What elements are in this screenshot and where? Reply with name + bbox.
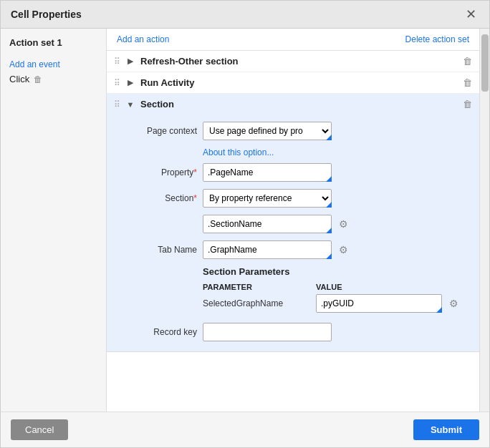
dialog-header: Cell Properties ✕ xyxy=(1,1,489,29)
action-row-expanded: ⠿ ▼ Section 🗑 xyxy=(107,94,479,115)
action-row: ⠿ ▶ Refresh-Other section 🗑 xyxy=(107,51,479,72)
dialog-body: Action set 1 Add an event Click 🗑 Add an… xyxy=(1,29,489,412)
property-label: Property* xyxy=(118,167,197,177)
main-content: Add an action Delete action set ⠿ ▶ Refr… xyxy=(107,29,479,412)
scrollbar-thumb[interactable] xyxy=(481,34,489,92)
section-gear-icon[interactable]: ⚙ xyxy=(339,218,348,230)
tab-name-row: Tab Name ⚙ xyxy=(118,240,468,259)
section-name-row: ⚙ xyxy=(118,215,468,233)
action-name: Refresh-Other section xyxy=(140,56,458,67)
cell-properties-dialog: Cell Properties ✕ Action set 1 Add an ev… xyxy=(0,0,490,448)
page-context-label: Page context xyxy=(118,126,197,136)
param-value-input[interactable] xyxy=(316,294,442,313)
action-trash-icon[interactable]: 🗑 xyxy=(463,56,472,67)
params-header: PARAMETER VALUE xyxy=(203,283,468,291)
property-required-star: * xyxy=(193,167,197,177)
action-trash-icon[interactable]: 🗑 xyxy=(463,99,472,109)
actions-list: ⠿ ▶ Refresh-Other section 🗑 ⠿ ▶ Run Acti… xyxy=(107,51,479,412)
drag-handle-icon[interactable]: ⠿ xyxy=(114,57,120,67)
event-trash-icon[interactable]: 🗑 xyxy=(34,74,42,84)
tab-gear-icon[interactable]: ⚙ xyxy=(339,244,348,255)
action-row: ⠿ ▶ Run Activity 🗑 xyxy=(107,72,479,94)
params-col-value-header: VALUE xyxy=(316,283,468,291)
drag-handle-icon[interactable]: ⠿ xyxy=(114,99,120,109)
event-item: Click 🗑 xyxy=(9,74,97,84)
expand-action-1-button[interactable]: ▶ xyxy=(125,57,136,66)
cancel-button[interactable]: Cancel xyxy=(11,419,68,440)
page-context-row: Page context Use page defined by pro xyxy=(118,122,468,140)
record-key-row: Record key xyxy=(118,323,468,341)
section-field-label: Section* xyxy=(118,193,197,203)
action-trash-icon[interactable]: 🗑 xyxy=(463,77,472,88)
dialog-footer: Cancel Submit xyxy=(1,412,489,447)
event-item-label: Click xyxy=(9,74,29,84)
section-select[interactable]: By property reference xyxy=(203,189,332,208)
action-name: Run Activity xyxy=(140,77,458,88)
delete-action-set-link[interactable]: Delete action set xyxy=(405,34,469,44)
action-details: Page context Use page defined by pro Abo… xyxy=(107,115,479,352)
tab-name-label: Tab Name xyxy=(118,245,197,255)
section-row: Section* By property reference xyxy=(118,189,468,208)
main-top-bar: Add an action Delete action set xyxy=(107,29,479,51)
add-event-link[interactable]: Add an event xyxy=(9,59,97,69)
expand-action-2-button[interactable]: ▶ xyxy=(125,78,136,87)
expand-action-3-button[interactable]: ▼ xyxy=(125,100,136,109)
drag-handle-icon[interactable]: ⠿ xyxy=(114,78,120,88)
action-name: Section xyxy=(140,99,458,109)
section-required-star: * xyxy=(193,193,197,203)
param-name: SelectedGraphName xyxy=(203,298,310,308)
submit-button[interactable]: Submit xyxy=(413,419,479,440)
section-params: Section Parameters PARAMETER VALUE Selec… xyxy=(118,266,468,313)
section-params-title: Section Parameters xyxy=(203,266,468,277)
record-key-input[interactable] xyxy=(203,323,332,341)
add-action-link[interactable]: Add an action xyxy=(117,34,169,44)
page-context-select[interactable]: Use page defined by pro xyxy=(203,122,332,140)
section-name-input[interactable] xyxy=(203,215,332,233)
sidebar: Action set 1 Add an event Click 🗑 xyxy=(1,29,107,412)
property-row: Property* xyxy=(118,163,468,182)
scrollbar[interactable] xyxy=(479,29,489,412)
dialog-title: Cell Properties xyxy=(11,9,82,20)
record-key-label: Record key xyxy=(118,327,197,337)
param-gear-icon[interactable]: ⚙ xyxy=(449,298,458,309)
tab-name-input[interactable] xyxy=(203,240,332,259)
property-input[interactable] xyxy=(203,163,332,182)
params-row: SelectedGraphName ⚙ xyxy=(203,294,468,313)
params-col-parameter: PARAMETER xyxy=(203,283,310,291)
action-set-label: Action set 1 xyxy=(9,37,97,48)
params-table: PARAMETER VALUE SelectedGraphName ⚙ xyxy=(203,283,468,313)
about-option-link[interactable]: About this option... xyxy=(203,147,468,157)
close-button[interactable]: ✕ xyxy=(463,8,479,21)
